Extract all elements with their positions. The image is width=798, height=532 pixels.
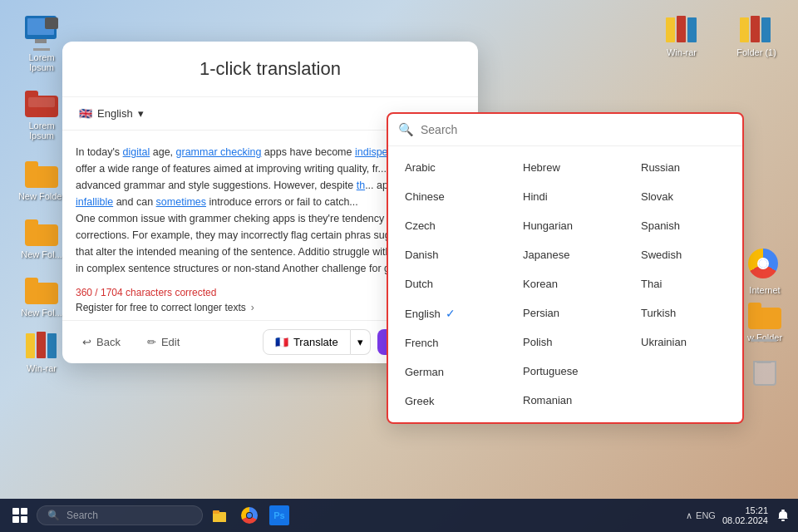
new-folder-3-label: New Fol... xyxy=(21,308,62,318)
list-item[interactable]: Russian xyxy=(624,153,742,182)
list-item selected[interactable]: English ✓ xyxy=(388,298,506,328)
edit-button[interactable]: ✏ Edit xyxy=(140,332,186,352)
back-icon: ↩ xyxy=(82,336,91,348)
list-item[interactable]: Persian xyxy=(506,298,624,328)
list-item[interactable]: Hungarian xyxy=(506,211,624,240)
taskbar-photoshop[interactable]: Ps xyxy=(266,502,293,529)
back-label: Back xyxy=(96,336,121,348)
english-checkmark: ✓ xyxy=(446,307,456,320)
list-item[interactable]: Korean xyxy=(506,269,624,298)
desktop-icon-chrome[interactable]: Internet xyxy=(736,245,794,298)
back-button[interactable]: ↩ Back xyxy=(76,332,127,352)
list-item[interactable]: Czech xyxy=(388,211,506,240)
digital-link[interactable]: digital xyxy=(123,146,150,158)
lang-russian: Russian xyxy=(641,161,680,174)
notification-button[interactable] xyxy=(775,507,791,524)
list-item[interactable]: Spanish xyxy=(624,211,742,240)
lang-col-2: Hebrew Hindi Hungarian Japanese Korean P… xyxy=(506,153,624,416)
list-item[interactable]: Hindi xyxy=(506,182,624,211)
tray-lang: ENG xyxy=(696,510,716,520)
tray-arrow[interactable]: ∧ xyxy=(686,510,692,521)
lang-greek: Greek xyxy=(405,395,434,407)
taskbar-search-placeholder: Search xyxy=(66,510,98,521)
infallible-link[interactable]: infallible xyxy=(76,196,113,208)
top-right-icons: Win-rar Folder (1) xyxy=(653,12,786,61)
winrar-tr-label: Win-rar xyxy=(667,47,697,57)
list-item[interactable]: Japanese xyxy=(506,240,624,269)
list-item[interactable]: Polish xyxy=(506,328,624,357)
list-item[interactable]: Turkish xyxy=(624,298,742,328)
lang-japanese: Japanese xyxy=(523,249,569,261)
list-item[interactable]: Greek xyxy=(388,387,506,416)
lang-hungarian: Hungarian xyxy=(523,219,573,232)
list-item[interactable]: French xyxy=(388,328,506,357)
lang-selector[interactable]: 🇬🇧 English ▾ xyxy=(72,104,150,123)
lang-name: English xyxy=(97,107,133,120)
lang-col-1: Arabic Chinese Czech Danish Dutch Englis… xyxy=(388,153,506,416)
search-input[interactable] xyxy=(421,123,732,136)
footer-left: ↩ Back ✏ Edit xyxy=(76,332,186,352)
taskbar-search-box[interactable]: 🔍 Search xyxy=(37,505,203,525)
lorem-folder-label: Lorem Ipsum xyxy=(16,121,67,140)
lang-flag: 🇬🇧 xyxy=(79,107,92,120)
list-item[interactable]: German xyxy=(388,357,506,387)
list-item[interactable]: Danish xyxy=(388,240,506,269)
list-item[interactable]: Chinese xyxy=(388,182,506,211)
lang-swedish: Swedish xyxy=(641,249,682,261)
lang-ukrainian: Ukrainian xyxy=(641,336,687,348)
the-link[interactable]: th xyxy=(357,180,365,191)
list-item[interactable]: Ukrainian xyxy=(624,328,742,357)
search-icon: 🔍 xyxy=(398,122,414,137)
svg-rect-4 xyxy=(781,520,785,521)
folder-tr-label: Folder (1) xyxy=(736,47,776,57)
lang-chinese: Chinese xyxy=(405,190,445,203)
edit-icon: ✏ xyxy=(147,336,156,348)
list-item[interactable]: Thai xyxy=(624,269,742,298)
clock-date: 08.02.2024 xyxy=(722,515,768,525)
lang-romanian: Romanian xyxy=(523,394,572,406)
list-item[interactable]: Swedish xyxy=(624,240,742,269)
desktop-icon-folder-tr[interactable]: Folder (1) xyxy=(727,12,786,61)
taskbar-time: 15:21 08.02.2024 xyxy=(722,505,768,525)
translate-label: Translate xyxy=(293,336,338,348)
taskbar-right: ∧ ENG 15:21 08.02.2024 xyxy=(686,505,791,525)
search-bar: 🔍 xyxy=(388,114,742,146)
taskbar-file-explorer[interactable] xyxy=(206,502,233,529)
grammar-link[interactable]: grammar checking xyxy=(176,146,262,158)
translate-button[interactable]: 🇫🇷 Translate xyxy=(263,329,351,355)
list-item[interactable]: Slovak xyxy=(624,182,742,211)
lang-portuguese: Portuguese xyxy=(523,365,579,377)
chrome-label: Internet xyxy=(749,285,780,295)
lang-german: German xyxy=(405,366,444,378)
translate-dropdown-icon: ▾ xyxy=(357,336,363,348)
lang-arrow: ▾ xyxy=(138,107,144,120)
desktop-icon-winrar-tr[interactable]: Win-rar xyxy=(653,12,711,61)
panel-title: 1-click translation xyxy=(79,58,461,80)
lang-dutch: Dutch xyxy=(405,278,433,290)
list-item[interactable]: Arabic xyxy=(388,153,506,182)
list-item[interactable]: Portuguese xyxy=(506,357,624,386)
list-item[interactable]: Romanian xyxy=(506,386,624,415)
lang-thai: Thai xyxy=(641,278,662,290)
clock-time: 15:21 xyxy=(722,505,768,515)
desktop-icon-recycle[interactable] xyxy=(736,357,794,397)
monitor-icon-label: Lorem Ipsum xyxy=(16,52,67,72)
list-item[interactable]: Dutch xyxy=(388,269,506,298)
lang-hindi: Hindi xyxy=(523,190,548,203)
lang-hebrew: Hebrew xyxy=(523,161,560,174)
taskbar-chrome[interactable] xyxy=(236,502,263,529)
lang-persian: Persian xyxy=(523,307,559,319)
lang-danish: Danish xyxy=(405,249,438,261)
lang-turkish: Turkish xyxy=(641,307,676,319)
translate-btn-group: 🇫🇷 Translate ▾ xyxy=(263,329,371,355)
translate-dropdown-button[interactable]: ▾ xyxy=(351,329,371,355)
sometimes-link[interactable]: sometimes xyxy=(156,196,206,208)
register-arrow: › xyxy=(251,302,254,313)
list-item[interactable]: Hebrew xyxy=(506,153,624,182)
svg-rect-1 xyxy=(213,514,226,522)
svg-rect-3 xyxy=(781,510,785,511)
lang-french: French xyxy=(405,337,438,349)
lang-czech: Czech xyxy=(405,219,436,232)
lang-arabic: Arabic xyxy=(405,161,436,174)
start-button[interactable] xyxy=(7,502,33,529)
